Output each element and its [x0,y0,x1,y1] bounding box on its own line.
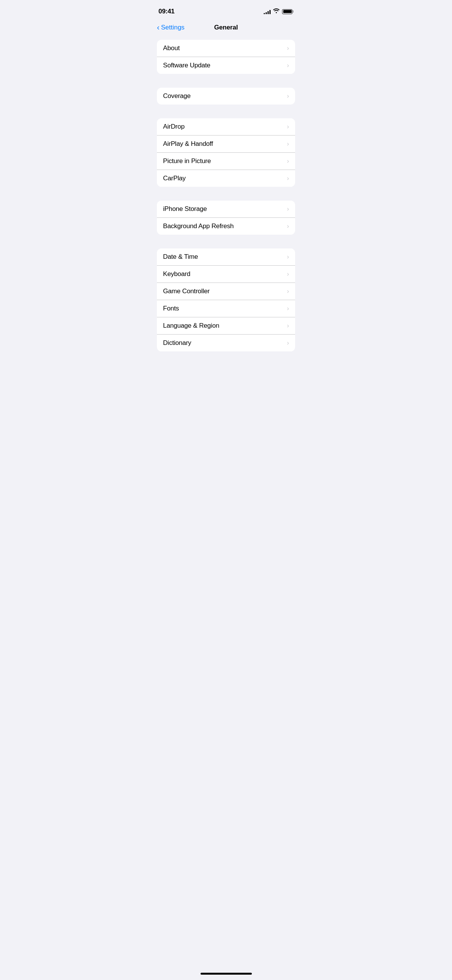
row-keyboard[interactable]: Keyboard › [157,266,295,283]
game-controller-chevron-icon: › [287,288,289,295]
status-time: 09:41 [158,8,175,15]
background-app-refresh-label: Background App Refresh [163,222,234,230]
section-about-software: About › Software Update › [157,40,295,74]
section-system: Date & Time › Keyboard › Game Controller… [157,248,295,351]
picture-in-picture-label: Picture in Picture [163,157,211,165]
fonts-chevron-icon: › [287,305,289,312]
airplay-handoff-label: AirPlay & Handoff [163,140,213,148]
row-language-region[interactable]: Language & Region › [157,317,295,335]
section-connectivity: AirDrop › AirPlay & Handoff › Picture in… [157,118,295,187]
background-app-refresh-chevron-icon: › [287,223,289,230]
row-game-controller[interactable]: Game Controller › [157,283,295,300]
carplay-label: CarPlay [163,175,186,182]
iphone-storage-label: iPhone Storage [163,205,207,213]
row-software-update[interactable]: Software Update › [157,57,295,74]
back-label: Settings [161,24,184,31]
wifi-icon [273,8,280,15]
status-icons [264,8,294,15]
row-date-time[interactable]: Date & Time › [157,248,295,266]
about-label: About [163,44,179,52]
row-coverage[interactable]: Coverage › [157,88,295,105]
battery-icon [282,9,294,14]
keyboard-label: Keyboard [163,270,190,278]
settings-content: About › Software Update › Coverage › Air… [151,38,301,381]
about-chevron-icon: › [287,45,289,52]
row-background-app-refresh[interactable]: Background App Refresh › [157,218,295,235]
date-time-label: Date & Time [163,253,198,261]
airdrop-label: AirDrop [163,123,184,131]
date-time-chevron-icon: › [287,253,289,260]
section-storage: iPhone Storage › Background App Refresh … [157,201,295,235]
back-button[interactable]: ‹ Settings [157,23,184,32]
signal-icon [264,9,271,14]
keyboard-chevron-icon: › [287,271,289,278]
iphone-storage-chevron-icon: › [287,206,289,212]
airplay-handoff-chevron-icon: › [287,140,289,147]
picture-in-picture-chevron-icon: › [287,158,289,165]
section-coverage: Coverage › [157,88,295,105]
airdrop-chevron-icon: › [287,123,289,130]
dictionary-label: Dictionary [163,339,191,347]
carplay-chevron-icon: › [287,175,289,182]
row-dictionary[interactable]: Dictionary › [157,335,295,351]
row-airplay-handoff[interactable]: AirPlay & Handoff › [157,136,295,153]
dictionary-chevron-icon: › [287,340,289,346]
row-iphone-storage[interactable]: iPhone Storage › [157,201,295,218]
row-fonts[interactable]: Fonts › [157,300,295,317]
nav-header: ‹ Settings General [151,21,301,38]
row-picture-in-picture[interactable]: Picture in Picture › [157,153,295,170]
status-bar: 09:41 [151,0,301,21]
language-region-chevron-icon: › [287,322,289,329]
software-update-label: Software Update [163,62,210,69]
language-region-label: Language & Region [163,322,219,330]
game-controller-label: Game Controller [163,287,210,295]
back-chevron-icon: ‹ [157,23,160,32]
page-title: General [214,24,238,31]
row-about[interactable]: About › [157,40,295,57]
coverage-label: Coverage [163,92,191,100]
coverage-chevron-icon: › [287,93,289,100]
row-airdrop[interactable]: AirDrop › [157,118,295,136]
software-update-chevron-icon: › [287,62,289,69]
fonts-label: Fonts [163,305,179,312]
row-carplay[interactable]: CarPlay › [157,170,295,187]
